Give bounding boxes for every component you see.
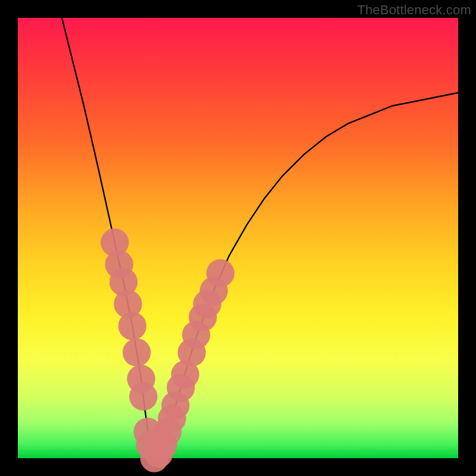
- marker-dot: [123, 339, 151, 367]
- marker-dot: [206, 259, 234, 287]
- highlighted-points: [101, 228, 234, 472]
- watermark-text: TheBottleneck.com: [357, 2, 471, 18]
- chart-svg: [18, 18, 458, 458]
- marker-dot: [129, 383, 157, 411]
- plot-area: [18, 18, 458, 458]
- chart-frame: TheBottleneck.com: [0, 0, 476, 476]
- marker-dot: [118, 312, 146, 340]
